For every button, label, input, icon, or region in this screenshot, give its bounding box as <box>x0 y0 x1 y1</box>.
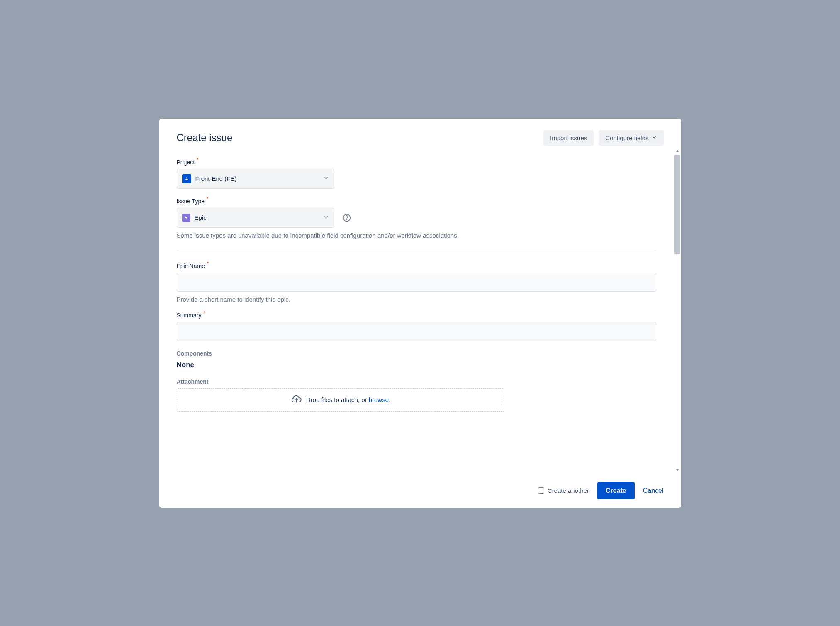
epic-name-label-text: Epic Name <box>177 263 205 269</box>
create-issue-modal: Create issue Import issues Configure fie… <box>159 119 681 508</box>
modal-body-wrap: Project * Front-End (FE) <box>159 147 681 474</box>
components-value[interactable]: None <box>177 361 656 369</box>
summary-label: Summary * <box>177 312 202 319</box>
svg-point-0 <box>186 177 187 178</box>
issue-type-label-text: Issue Type <box>177 198 205 205</box>
project-field-group: Project * Front-End (FE) <box>177 159 656 189</box>
issue-type-select-value: Epic <box>195 214 319 221</box>
import-issues-button[interactable]: Import issues <box>543 130 594 146</box>
summary-input[interactable] <box>177 322 656 341</box>
configure-fields-button[interactable]: Configure fields <box>599 130 663 146</box>
svg-marker-4 <box>676 469 679 471</box>
modal-footer: Create another Create Cancel <box>159 474 681 508</box>
chevron-down-icon <box>323 214 329 221</box>
cancel-button-label: Cancel <box>643 487 664 494</box>
project-label: Project * <box>177 159 195 166</box>
issue-type-hint: Some issue types are unavailable due to … <box>177 232 656 239</box>
required-star-icon: * <box>197 157 198 162</box>
scroll-up-arrow-icon[interactable] <box>674 147 681 155</box>
epic-name-field-group: Epic Name * Provide a short name to iden… <box>177 263 656 303</box>
dropzone-period: . <box>389 396 390 403</box>
summary-label-text: Summary <box>177 312 202 319</box>
project-select[interactable]: Front-End (FE) <box>177 169 334 189</box>
create-button[interactable]: Create <box>597 482 635 499</box>
components-field-group: Components None <box>177 350 656 369</box>
create-another-label: Create another <box>548 487 589 494</box>
modal-body: Project * Front-End (FE) <box>177 147 674 474</box>
components-label: Components <box>177 350 212 357</box>
issue-type-label: Issue Type * <box>177 198 205 205</box>
required-star-icon: * <box>207 196 208 201</box>
epic-issuetype-icon <box>182 214 190 222</box>
project-label-text: Project <box>177 159 195 166</box>
attachment-label: Attachment <box>177 378 209 385</box>
issue-type-help-icon[interactable] <box>342 213 352 223</box>
issue-type-field-group: Issue Type * Epic <box>177 198 656 239</box>
attachment-dropzone[interactable]: Drop files to attach, or browse. <box>177 388 504 412</box>
section-divider <box>177 251 656 251</box>
dropzone-text: Drop files to attach, or browse. <box>306 396 390 403</box>
chevron-down-icon <box>651 134 657 141</box>
scroll-down-arrow-icon[interactable] <box>674 466 681 474</box>
header-actions: Import issues Configure fields <box>543 130 663 146</box>
upload-cloud-icon <box>290 393 302 406</box>
project-select-value: Front-End (FE) <box>195 175 319 182</box>
scrollbar[interactable] <box>674 147 681 474</box>
modal-header: Create issue Import issues Configure fie… <box>159 119 681 147</box>
svg-marker-3 <box>676 150 679 151</box>
attachment-field-group: Attachment Drop files to attach, or brow… <box>177 378 656 412</box>
dropzone-prefix: Drop files to attach, or <box>306 396 369 403</box>
import-issues-label: Import issues <box>550 134 587 141</box>
chevron-down-icon <box>323 175 329 182</box>
create-button-label: Create <box>606 487 626 494</box>
summary-field-group: Summary * <box>177 312 656 341</box>
cancel-button[interactable]: Cancel <box>643 487 664 494</box>
svg-point-2 <box>346 219 347 220</box>
project-avatar-icon <box>182 174 191 183</box>
create-another-checkbox[interactable] <box>538 487 544 494</box>
create-another-checkbox-wrap[interactable]: Create another <box>538 487 589 494</box>
epic-name-label: Epic Name * <box>177 263 205 269</box>
browse-link[interactable]: browse <box>369 396 389 403</box>
epic-name-input[interactable] <box>177 273 656 292</box>
modal-title: Create issue <box>177 132 233 144</box>
required-star-icon: * <box>203 310 205 315</box>
epic-name-hint: Provide a short name to identify this ep… <box>177 296 656 303</box>
issue-type-select[interactable]: Epic <box>177 208 334 228</box>
required-star-icon: * <box>207 261 209 266</box>
configure-fields-label: Configure fields <box>605 134 648 141</box>
scrollbar-thumb[interactable] <box>674 155 680 254</box>
